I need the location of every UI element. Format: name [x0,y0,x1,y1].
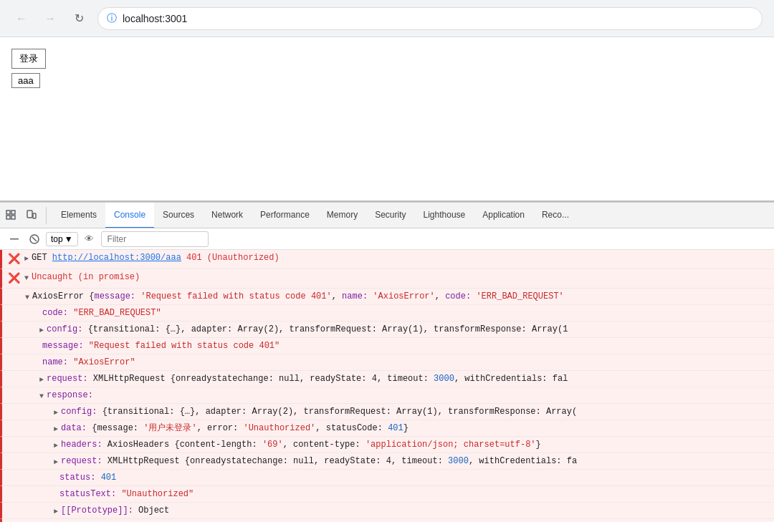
tab-lighthouse[interactable]: Lighthouse [415,203,474,228]
console-text: GET http://localhost:3000/aaa 401 (Unaut… [32,251,768,264]
svg-line-8 [32,237,37,241]
console-row: ❌ ► GET http://localhost:3000/aaa 401 (U… [0,250,774,269]
console-row: statusText: "Unauthorized" [0,486,774,503]
devtools-panel: Elements Console Sources Network Perform… [0,202,774,522]
tab-network[interactable]: Network [203,203,252,228]
console-row: name: "AxiosError" [0,354,774,371]
console-row: ► headers: AxiosHeaders {content-length:… [0,437,774,453]
context-label: top [51,234,63,244]
console-output: ❌ ► GET http://localhost:3000/aaa 401 (U… [0,250,774,522]
tab-security[interactable]: Security [366,203,414,228]
browser-chrome: ← → ↻ ⓘ localhost:3001 [0,0,774,37]
devtools-tab-bar: Elements Console Sources Network Perform… [0,203,774,228]
console-text: name: "AxiosError" [42,356,768,369]
console-text: headers: AxiosHeaders {content-length: '… [61,438,768,451]
console-text: status: 401 [59,471,768,484]
console-text: data: {message: '用户未登录', error: 'Unautho… [61,422,768,435]
chevron-down-icon: ▼ [64,234,73,244]
page-content: 登录 aaa [0,37,774,202]
expand-arrow[interactable]: ► [54,407,58,418]
expand-arrow[interactable]: ▼ [39,391,44,402]
console-row: code: "ERR_BAD_REQUEST" [0,305,774,321]
device-icon[interactable] [23,207,40,224]
tab-elements[interactable]: Elements [52,203,105,228]
filter-input[interactable] [101,231,209,247]
error-icon: ❌ [8,271,20,286]
console-row: ► config: {transitional: {…}, adapter: A… [0,404,774,420]
no-error-button[interactable] [26,231,43,248]
inspect-icon[interactable] [3,207,20,224]
svg-rect-1 [11,211,15,214]
console-text: request: XMLHttpRequest {onreadystatecha… [61,455,768,468]
url-text: localhost:3001 [123,13,187,24]
svg-rect-0 [6,211,10,214]
forward-button[interactable]: → [40,9,60,29]
error-icon: ❌ [8,252,20,267]
svg-rect-6 [10,238,19,240]
expand-arrow[interactable]: ▼ [25,292,29,303]
console-text: response: [47,389,768,402]
console-toolbar: top ▼ 👁 [0,228,774,250]
info-icon: ⓘ [107,12,117,25]
context-selector[interactable]: top ▼ [46,232,78,246]
expand-arrow[interactable]: ► [39,325,44,336]
expand-arrow[interactable]: ▼ [24,273,29,284]
console-row: ► request: XMLHttpRequest {onreadystatec… [0,371,774,387]
console-row: ► [[Prototype]]: Object [0,503,774,519]
console-row: ► config: {transitional: {…}, adapter: A… [0,321,774,338]
tab-memory[interactable]: Memory [318,203,366,228]
login-button[interactable]: 登录 [11,49,46,69]
console-text: config: {transitional: {…}, adapter: Arr… [47,323,768,336]
svg-rect-3 [11,216,15,219]
console-text: config: {transitional: {…}, adapter: Arr… [61,405,768,418]
svg-rect-4 [27,211,32,218]
console-row: ► request: XMLHttpRequest {onreadystatec… [0,453,774,470]
reload-button[interactable]: ↻ [69,9,89,29]
svg-rect-5 [33,213,36,218]
console-text: code: "ERR_BAD_REQUEST" [42,306,768,319]
console-text: message: "Request failed with status cod… [42,339,768,352]
console-text: stack: "AxiosError: Request failed with … [25,521,768,522]
console-row: status: 401 [0,470,774,486]
expand-arrow[interactable]: ► [39,374,44,385]
eye-icon-button[interactable]: 👁 [81,231,98,248]
back-button[interactable]: ← [11,9,32,29]
tab-performance[interactable]: Performance [252,203,318,228]
expand-arrow[interactable]: ► [54,424,58,435]
address-bar[interactable]: ⓘ localhost:3001 [97,7,763,30]
tab-application[interactable]: Application [474,203,533,228]
console-text: statusText: "Unauthorized" [59,488,768,500]
expand-arrow[interactable]: ► [54,506,58,517]
clear-console-button[interactable] [6,231,23,248]
expand-arrow[interactable]: ► [24,253,29,264]
username-display: aaa [11,73,40,88]
devtools-icons [3,207,47,224]
tab-recorder[interactable]: Reco... [533,203,578,228]
expand-arrow[interactable]: ► [54,457,58,468]
console-row: ❌ ▼ Uncaught (in promise) [0,269,774,289]
console-text: [[Prototype]]: Object [61,504,768,517]
console-row: ► data: {message: '用户未登录', error: 'Unaut… [0,420,774,437]
console-text: request: XMLHttpRequest {onreadystatecha… [47,372,768,385]
tab-sources[interactable]: Sources [154,203,203,228]
tab-console[interactable]: Console [105,203,154,228]
console-row: message: "Request failed with status cod… [0,338,774,354]
console-text: Uncaught (in promise) [32,271,768,284]
console-row: ▼ AxiosError {message: 'Request failed w… [0,289,774,305]
console-row: stack: "AxiosError: Request failed with … [0,519,774,522]
expand-arrow[interactable]: ► [54,440,58,451]
console-text: AxiosError {message: 'Request failed wit… [32,290,768,303]
console-row: ▼ response: [0,387,774,404]
svg-rect-2 [6,216,10,219]
